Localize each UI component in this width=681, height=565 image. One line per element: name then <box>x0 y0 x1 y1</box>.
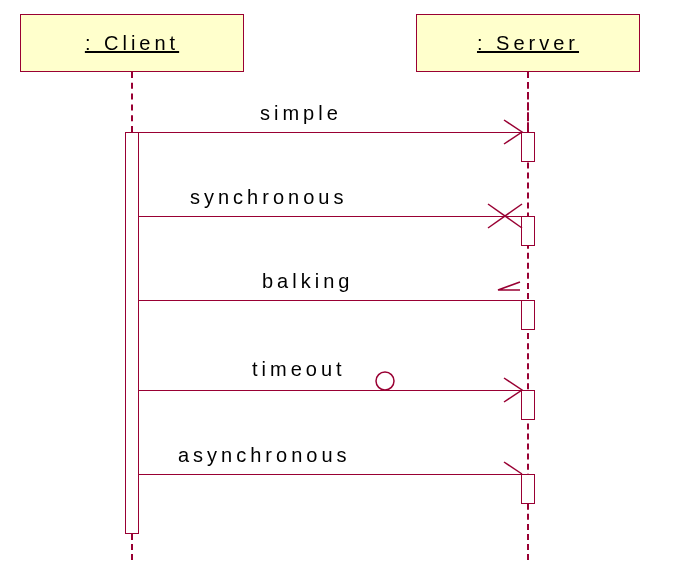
lifeline-client-label: : Client <box>85 32 179 55</box>
lifeline-client-line-bottom <box>131 534 133 560</box>
arrowhead-balking-icon <box>494 280 524 298</box>
message-timeout-line <box>139 390 521 391</box>
message-async-line <box>139 474 521 475</box>
message-async-label: asynchronous <box>178 444 351 467</box>
arrowhead-open-icon <box>500 118 528 146</box>
arrowhead-sync-icon <box>486 202 526 230</box>
message-simple-label: simple <box>260 102 342 125</box>
message-balking-label: balking <box>262 270 353 293</box>
message-sync-label: synchronous <box>190 186 347 209</box>
activation-client <box>125 132 139 534</box>
activation-server-5 <box>521 474 535 504</box>
lifeline-client: : Client <box>20 14 244 72</box>
message-sync-line <box>139 216 521 217</box>
arrowhead-open-icon <box>500 376 528 404</box>
svg-point-2 <box>376 372 394 390</box>
arrowhead-half-icon <box>500 460 528 476</box>
lifeline-server: : Server <box>416 14 640 72</box>
activation-server-3 <box>521 300 535 330</box>
timeout-circle-icon <box>374 370 396 392</box>
lifeline-server-label: : Server <box>477 32 579 55</box>
lifeline-client-line-top <box>131 72 133 132</box>
message-balking-line <box>139 300 521 301</box>
message-simple-line <box>139 132 521 133</box>
message-timeout-label: timeout <box>252 358 346 381</box>
